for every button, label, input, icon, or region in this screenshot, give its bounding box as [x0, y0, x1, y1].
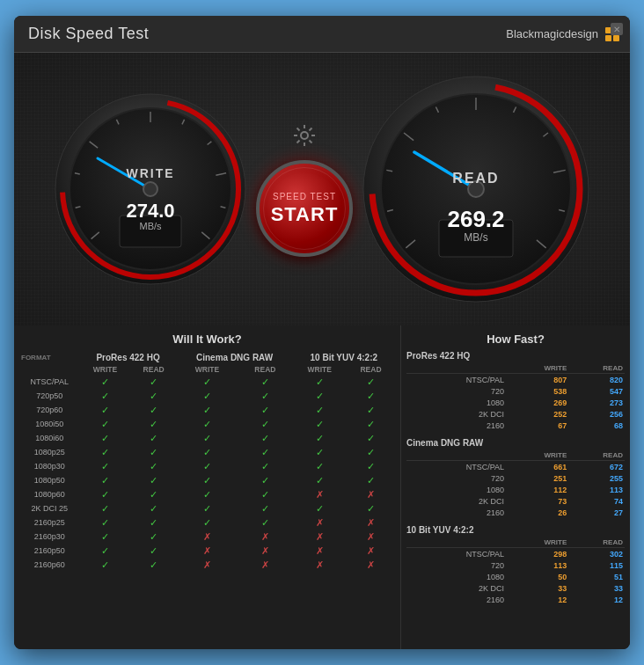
- hf-table: WRITEREADNTSC/PAL29830272011311510805051…: [406, 537, 625, 605]
- hf-col-header: [406, 449, 506, 461]
- hf-col-header: READ: [568, 537, 625, 548]
- row-label: 2160p60: [19, 558, 79, 572]
- read-value: 269.2 MB/s: [447, 206, 504, 244]
- hf-col-header: [406, 362, 506, 374]
- svg-point-15: [143, 182, 157, 196]
- hf-write-val: 50: [506, 571, 568, 582]
- check-pass: ✓: [177, 487, 238, 501]
- close-button[interactable]: ✕: [611, 23, 623, 35]
- check-pass: ✓: [79, 431, 130, 445]
- hf-row: NTSC/PAL298302: [406, 548, 625, 560]
- check-fail: ✗: [347, 487, 395, 501]
- brand-dot-4: [613, 35, 619, 41]
- how-fast-content: ProRes 422 HQWRITEREADNTSC/PAL8078207205…: [406, 351, 625, 605]
- check-fail: ✗: [293, 487, 347, 501]
- check-pass: ✓: [131, 515, 177, 530]
- settings-icon[interactable]: [290, 121, 318, 150]
- brand-dot-3: [605, 35, 611, 41]
- table-row: 720p60✓✓✓✓✓✓: [19, 403, 395, 417]
- format-col-header: FORMAT: [19, 351, 79, 363]
- check-pass: ✓: [177, 501, 238, 515]
- row-label: 2K DCI 25: [19, 501, 79, 515]
- hf-row: 21606768: [406, 420, 625, 431]
- check-pass: ✓: [177, 515, 238, 530]
- row-label: 2160p30: [19, 530, 79, 544]
- read-label: READ: [452, 171, 499, 186]
- check-pass: ✓: [347, 459, 395, 473]
- hf-write-val: 113: [506, 559, 568, 571]
- check-pass: ✓: [238, 473, 292, 487]
- hf-row: 21601212: [406, 594, 625, 605]
- window-title: Disk Speed Test: [28, 25, 149, 43]
- start-top-label: SPEED TEST: [273, 192, 336, 201]
- check-fail: ✗: [177, 558, 238, 572]
- check-pass: ✓: [131, 375, 177, 389]
- check-pass: ✓: [293, 431, 347, 445]
- check-pass: ✓: [131, 487, 177, 501]
- ww-sub-write-1: WRITE: [79, 363, 130, 375]
- hf-row: 2K DCI3333: [406, 582, 625, 594]
- check-fail: ✗: [293, 558, 347, 572]
- hf-table: WRITEREADNTSC/PAL80782072053854710802692…: [406, 362, 625, 431]
- check-pass: ✓: [79, 558, 130, 572]
- table-row: 1080p30✓✓✓✓✓✓: [19, 459, 395, 473]
- table-row: 1080p50✓✓✓✓✓✓: [19, 473, 395, 487]
- gauge-section: WRITE 274.0 MB/s: [14, 53, 630, 325]
- hf-row: 720538547: [406, 385, 625, 397]
- table-row: 720p50✓✓✓✓✓✓: [19, 389, 395, 403]
- check-pass: ✓: [238, 445, 292, 459]
- start-button[interactable]: SPEED TEST START: [256, 160, 353, 257]
- check-pass: ✓: [293, 403, 347, 417]
- check-pass: ✓: [79, 445, 130, 459]
- check-pass: ✓: [131, 558, 177, 572]
- hf-read-val: 302: [568, 548, 625, 560]
- check-fail: ✗: [347, 515, 395, 530]
- hf-row-label: 720: [406, 559, 506, 571]
- hf-row-label: 2K DCI: [406, 408, 506, 420]
- hf-group-title: Cinema DNG RAW: [406, 438, 625, 448]
- hf-read-val: 74: [568, 495, 625, 507]
- hf-write-val: 807: [506, 374, 568, 386]
- check-pass: ✓: [131, 431, 177, 445]
- row-label: 1080p30: [19, 459, 79, 473]
- hf-write-val: 251: [506, 472, 568, 484]
- check-pass: ✓: [177, 403, 238, 417]
- hf-write-val: 112: [506, 484, 568, 495]
- hf-row: 1080112113: [406, 484, 625, 495]
- check-pass: ✓: [177, 473, 238, 487]
- check-fail: ✗: [293, 530, 347, 544]
- check-pass: ✓: [238, 431, 292, 445]
- table-row: 2160p25✓✓✓✓✗✗: [19, 515, 395, 530]
- row-label: 1080p60: [19, 487, 79, 501]
- hf-read-val: 255: [568, 472, 625, 484]
- check-pass: ✓: [79, 417, 130, 431]
- hf-row: 720113115: [406, 559, 625, 571]
- check-fail: ✗: [347, 558, 395, 572]
- yuv-header: 10 Bit YUV 4:2:2: [293, 351, 395, 363]
- check-pass: ✓: [177, 459, 238, 473]
- hf-read-val: 113: [568, 484, 625, 495]
- check-pass: ✓: [293, 417, 347, 431]
- hf-row: 720251255: [406, 472, 625, 484]
- how-fast-title: How Fast?: [406, 332, 625, 346]
- row-label: 1080i50: [19, 417, 79, 431]
- hf-row: 2K DCI252256: [406, 408, 625, 420]
- hf-row: 10805051: [406, 571, 625, 582]
- hf-write-val: 33: [506, 582, 568, 594]
- check-pass: ✓: [131, 417, 177, 431]
- hf-read-val: 256: [568, 408, 625, 420]
- hf-row-label: 1080: [406, 571, 506, 582]
- hf-row: 1080269273: [406, 397, 625, 408]
- hf-group: 10 Bit YUV 4:2:2WRITEREADNTSC/PAL2983027…: [406, 525, 625, 605]
- svg-line-24: [310, 128, 312, 131]
- hf-col-header: READ: [568, 362, 625, 374]
- check-pass: ✓: [79, 375, 130, 389]
- row-label: 1080p50: [19, 473, 79, 487]
- row-label: NTSC/PAL: [19, 375, 79, 389]
- hf-write-val: 12: [506, 594, 568, 605]
- hf-row-label: 2160: [406, 507, 506, 518]
- hf-read-val: 33: [568, 582, 625, 594]
- check-pass: ✓: [238, 501, 292, 515]
- hf-row-label: 1080: [406, 397, 506, 408]
- hf-row: NTSC/PAL661672: [406, 461, 625, 473]
